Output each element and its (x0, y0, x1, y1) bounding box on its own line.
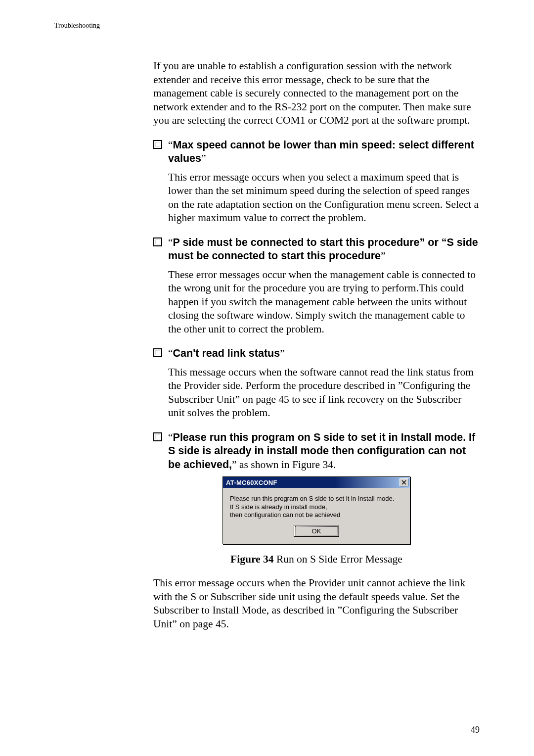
ok-button[interactable]: OK (294, 525, 339, 537)
bullet-text: “Max speed cannot be lower than min spee… (168, 139, 480, 166)
bullet-body: These error messages occur when the mana… (168, 268, 480, 336)
dialog-actions: OK (223, 522, 410, 544)
dialog-line: If S side is already in install mode, (230, 503, 403, 511)
intro-paragraph: If you are unable to establish a configu… (153, 59, 480, 128)
bullet-please-run: “Please run this program on S side to se… (153, 431, 480, 472)
page-number: 49 (471, 725, 480, 735)
bullet-tail: as shown in Figure 34. (237, 459, 336, 471)
bullet-bold: P side must be connected to start this p… (168, 236, 478, 262)
dialog-line: Please run this program on S side to set… (230, 495, 403, 503)
close-icon (401, 480, 406, 485)
bullet-text: “Please run this program on S side to se… (168, 431, 480, 472)
content-column: If you are unable to establish a configu… (153, 59, 480, 631)
open-quote: “ (168, 431, 173, 443)
page: Troubleshooting If you are unable to est… (0, 0, 534, 756)
close-quote: ” (201, 152, 206, 164)
open-quote: “ (168, 347, 173, 359)
title-bar: AT-MC60XCONF (223, 477, 410, 488)
bullet-cant-read: “Can't read link status” (153, 347, 480, 361)
close-quote: ” (280, 347, 285, 359)
bullet-p-side: “P side must be connected to start this … (153, 236, 480, 263)
closing-paragraph: This error message occurs when the Provi… (153, 576, 480, 631)
close-quote: ” (381, 250, 386, 262)
bullet-body: This error message occurs when you selec… (168, 171, 480, 225)
dialog-title: AT-MC60XCONF (226, 479, 277, 486)
bullet-text: “Can't read link status” (168, 347, 285, 361)
error-dialog: AT-MC60XCONF Please run this program on … (222, 476, 410, 544)
bullet-text: “P side must be connected to start this … (168, 236, 480, 263)
figure-title: Run on S Side Error Message (274, 553, 402, 565)
bullet-max-speed: “Max speed cannot be lower than min spee… (153, 139, 480, 166)
figure-caption: Figure 34 Run on S Side Error Message (153, 553, 480, 566)
running-head: Troubleshooting (54, 22, 480, 30)
dialog-body: Please run this program on S side to set… (223, 488, 410, 522)
figure-label: Figure 34 (230, 553, 273, 565)
checkbox-bullet-icon (153, 140, 162, 149)
dialog-line: then configuration can not be achieved (230, 511, 403, 519)
bullet-body: This message occurs when the software ca… (168, 366, 480, 420)
open-quote: “ (168, 139, 173, 151)
checkbox-bullet-icon (153, 348, 162, 357)
close-quote: ” (232, 459, 237, 471)
open-quote: “ (168, 236, 173, 248)
bullet-bold: Max speed cannot be lower than min speed… (168, 139, 474, 165)
dialog-figure: AT-MC60XCONF Please run this program on … (153, 476, 480, 544)
bullet-bold: Can't read link status (173, 347, 280, 359)
checkbox-bullet-icon (153, 432, 162, 441)
close-button[interactable] (400, 478, 408, 486)
checkbox-bullet-icon (153, 237, 162, 246)
